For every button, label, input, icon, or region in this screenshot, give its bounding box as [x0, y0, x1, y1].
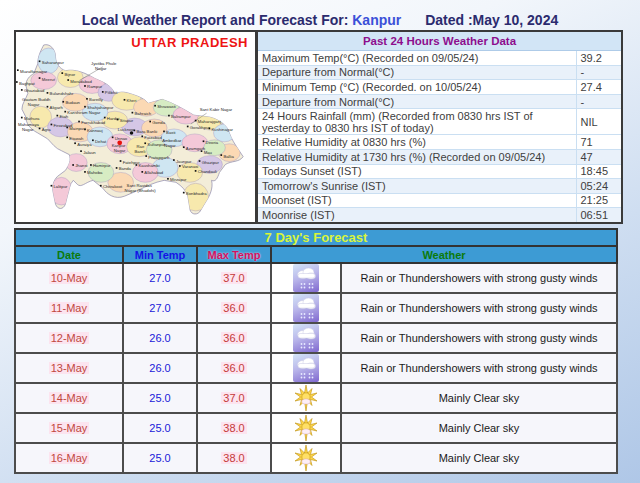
date-cell: 12-May — [15, 323, 123, 353]
past24-row: Todays Sunset (IST)18:45 — [257, 164, 622, 179]
forecast-row: 14-May25.037.0Mainly Clear sky — [15, 383, 617, 413]
district-dot — [154, 105, 156, 107]
date-cell: 10-May — [15, 263, 123, 293]
forecast-row: 13-May26.036.0Rain or Thundershowers wit… — [15, 353, 617, 383]
district-label: Pilibhit — [105, 90, 118, 95]
district-label: Agra — [42, 127, 52, 132]
weather-icon-cell — [271, 383, 341, 413]
district-label: Nagar — [164, 143, 176, 148]
district-dot — [145, 155, 147, 157]
weather-text-cell: Rain or Thundershowers with strong gusty… — [341, 353, 617, 383]
lucknow-capital-marker — [130, 131, 134, 135]
weather-icon-cell — [271, 263, 341, 293]
max-temp-cell: 36.0 — [197, 323, 271, 353]
district-dot — [21, 89, 23, 91]
past24-row-label: Relative Humidity at 1730 hrs (%) (Recor… — [257, 149, 576, 164]
sun-icon — [293, 444, 319, 472]
date-cell: 13-May — [15, 353, 123, 383]
district-label: Mirzapur — [170, 177, 187, 182]
district-label: Bahraich — [135, 111, 152, 116]
weather-text-cell: Mainly Clear sky — [341, 413, 617, 443]
district-label: Balrampur — [171, 114, 191, 119]
past24-row: Tomorrow's Sunrise (IST)05:24 — [257, 179, 622, 194]
past24-row: Minimum Temp (°C) (Recorded. on 10/05/24… — [257, 80, 622, 95]
district-dot — [168, 115, 170, 117]
column-header-weather: Weather — [271, 246, 617, 263]
district-dot — [66, 136, 68, 138]
forecast-header-row: Date Min Temp Max Temp Weather — [15, 246, 617, 263]
rain-cloud-icon — [293, 324, 319, 352]
district-dot — [220, 154, 222, 156]
forecast-row: 10-May27.037.0Rain or Thundershowers wit… — [15, 263, 617, 293]
district-label: Nagar — [22, 127, 34, 132]
uttar-pradesh-map: UTTAR PRADESH — [14, 30, 256, 224]
district-label: Auraiya — [77, 142, 92, 147]
district-label: Mainpuri — [69, 126, 85, 131]
weather-text-cell: Mainly Clear sky — [341, 383, 617, 413]
district-dot — [47, 106, 49, 108]
district-dot — [16, 81, 18, 83]
map-title: UTTAR PRADESH — [131, 35, 248, 50]
past24-row: Moonrise (IST)06:51 — [257, 208, 622, 223]
district-label: Budaun — [65, 100, 80, 105]
district-label: Maharajganj — [198, 119, 221, 124]
district-dot — [112, 136, 114, 138]
district-dot — [179, 165, 181, 167]
column-header-max-temp: Max Temp — [197, 246, 271, 263]
city-name: Kanpur — [352, 12, 401, 28]
district-dot — [167, 178, 169, 180]
past24-row-label: Moonset (IST) — [257, 193, 576, 208]
district-label: Lucknow — [118, 127, 136, 132]
district-label: Etah — [59, 114, 68, 119]
district-label: Unnao — [115, 136, 128, 141]
district-dot — [62, 101, 64, 103]
report-date: Dated :May 10, 2024 — [425, 12, 558, 28]
district-label: Nagar — [28, 102, 40, 107]
district-dot — [51, 124, 53, 126]
past24-row-value: 27.4 — [576, 80, 622, 95]
district-label: Chitrakoot — [103, 184, 123, 189]
weather-text-cell: Rain or Thundershowers with strong gusty… — [341, 293, 617, 323]
district-dot — [92, 139, 94, 141]
district-dot — [141, 171, 143, 173]
district-label: Mathura — [24, 116, 40, 121]
past24-row-value: 06:51 — [576, 208, 622, 223]
max-temp-cell: 37.0 — [197, 383, 271, 413]
district-dot — [84, 106, 86, 108]
district-dot — [183, 146, 185, 148]
district-label: Pratapgarh — [148, 155, 170, 160]
rain-cloud-icon — [293, 264, 319, 292]
district-dot — [183, 192, 185, 194]
past24-row-value: 21:25 — [576, 193, 622, 208]
district-dot — [90, 164, 92, 166]
district-dot — [74, 142, 76, 144]
district-label: Etawah — [69, 136, 84, 141]
district-dot — [86, 98, 88, 100]
district-label: Muzaffarnagar — [20, 69, 48, 74]
district-label: Mahoba — [87, 170, 103, 175]
district-label: Gorakhpur — [190, 125, 211, 130]
column-header-date: Date — [15, 246, 123, 263]
district-label: Ghaziabad — [24, 88, 45, 93]
district-label: Bulandshahr — [50, 91, 74, 96]
district-label: Basti — [166, 130, 175, 135]
district-dot — [67, 79, 69, 81]
district-dot — [64, 111, 66, 113]
district-dot — [84, 129, 86, 131]
past24-row-label: Todays Sunset (IST) — [257, 164, 576, 179]
weather-icon-cell — [271, 413, 341, 443]
date-cell: 14-May — [15, 383, 123, 413]
district-label: Dehat — [95, 139, 107, 144]
rain-cloud-icon — [293, 354, 319, 382]
forecast-row: 15-May25.038.0Mainly Clear sky — [15, 413, 617, 443]
past24-row-label: 24 Hours Rainfall (mm) (Recorded from 08… — [257, 109, 576, 135]
past24-row-value: 39.2 — [576, 51, 622, 66]
kanpur-city-marker — [117, 140, 122, 145]
weather-icon-cell — [271, 353, 341, 383]
past24-row-label: Tomorrow's Sunrise (IST) — [257, 179, 576, 194]
weather-report-page: Local Weather Report and Forecast For: K… — [0, 0, 640, 483]
district-dot — [80, 150, 82, 152]
district-dot — [66, 127, 68, 129]
weather-icon-cell — [271, 443, 341, 473]
district-label: Banda — [119, 166, 132, 171]
